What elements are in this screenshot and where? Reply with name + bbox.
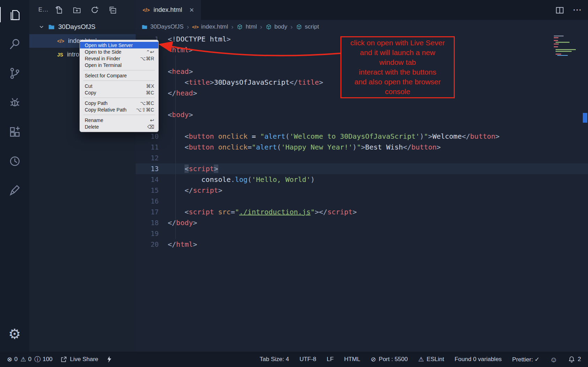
feedback-pen-icon[interactable] (0, 176, 29, 205)
menu-item-copy-relative-path[interactable]: Copy Relative Path⌥⇧⌘C (80, 106, 158, 113)
menu-separator (83, 70, 155, 70)
status-language-mode[interactable]: HTML (344, 356, 360, 363)
status-encoding[interactable]: UTF-8 (300, 356, 316, 363)
refresh-explorer-icon[interactable] (90, 6, 99, 14)
breadcrumb-item-body[interactable]: body (265, 23, 287, 30)
code-line-7: 7 (136, 99, 588, 109)
code-line-11: 11 <button onclick="alert('Happy New Yea… (136, 142, 588, 153)
context-menu: Open with Live ServerOpen to the Side⌃↩R… (80, 40, 159, 132)
new-file-icon[interactable] (55, 6, 63, 14)
line-content[interactable]: <script src="./introduction.js"></script… (168, 207, 357, 217)
annotation-line: interact with the buttons (341, 67, 454, 77)
status-tab-size[interactable]: Tab Size: 4 (260, 356, 289, 363)
status-prettier[interactable]: Prettier: ✓ (512, 356, 540, 363)
annotation-line: click on open with Live Sever (341, 38, 454, 48)
status-live-server-port[interactable]: ⊘Port : 5500 (371, 356, 408, 363)
symbol-cube-icon (236, 24, 243, 30)
menu-item-label: Rename (85, 117, 103, 123)
annotation-line: and it will launch a new (341, 48, 454, 58)
menu-item-delete[interactable]: Delete⌫ (80, 123, 158, 130)
collapse-folders-icon[interactable] (108, 6, 117, 14)
error-icon: ⊗ (7, 356, 12, 362)
menu-item-open-to-the-side[interactable]: Open to the Side⌃↩ (80, 48, 158, 55)
line-content[interactable]: <head> (168, 66, 193, 77)
line-content[interactable]: <body> (168, 109, 193, 120)
status-problems[interactable]: ⊗0 ⚠0 ⓘ100 (7, 356, 53, 363)
status-feedback-smiley[interactable]: ☺ (550, 356, 557, 363)
line-content[interactable]: <!DOCTYPE html> (168, 34, 231, 45)
status-eslint[interactable]: ⚠ESLint (418, 356, 444, 363)
menu-item-label: Open with Live Server (85, 43, 133, 48)
menu-item-reveal-in-finder[interactable]: Reveal in Finder⌥⌘R (80, 55, 158, 62)
lightning-icon (106, 356, 113, 363)
extensions-icon[interactable] (0, 117, 29, 146)
menu-item-copy-path[interactable]: Copy Path⌥⌘C (80, 100, 158, 106)
explorer-icon[interactable] (0, 0, 29, 29)
breadcrumb-item-html[interactable]: html (236, 23, 257, 30)
status-notifications[interactable]: 2 (568, 356, 581, 363)
live-share-label: Live Share (70, 356, 98, 363)
settings-gear-icon[interactable]: ⚙ (0, 322, 29, 346)
breadcrumb-item-index-html[interactable]: </>index.html (192, 23, 228, 30)
line-content[interactable]: <title>30DaysOfJavaScript</title> (168, 77, 323, 88)
more-actions-icon[interactable]: ⋯ (573, 5, 582, 15)
breadcrumb-item-script[interactable]: script (296, 23, 319, 30)
overview-ruler-marker[interactable] (583, 113, 587, 123)
minimap[interactable] (553, 35, 582, 56)
line-content[interactable]: <button onclick = "alert('Welcome to 30D… (168, 131, 499, 142)
line-number: 10 (136, 131, 168, 142)
line-content[interactable]: console.log('Hello, World') (168, 174, 315, 185)
line-content[interactable]: <button onclick="alert('Happy New Year!'… (168, 142, 441, 153)
line-number: 11 (136, 142, 168, 153)
breadcrumb-separator: › (259, 23, 263, 31)
menu-item-rename[interactable]: Rename↩ (80, 117, 158, 123)
status-live-share[interactable]: Live Share (60, 356, 98, 363)
run-debug-icon[interactable] (0, 88, 29, 117)
tab-index-html[interactable]: </> index.html × (136, 0, 201, 20)
line-content[interactable]: </script> (168, 185, 223, 196)
code-line-10: 10 <button onclick = "alert('Welcome to … (136, 131, 588, 142)
annotation-line: window tab (341, 58, 454, 67)
explorer-title: E… (38, 6, 48, 13)
breadcrumb: 30DaysOfJS›</>index.html›html›body›scrip… (136, 20, 588, 34)
status-quick-action[interactable] (106, 356, 113, 363)
status-eol[interactable]: LF (327, 356, 334, 363)
bell-icon (568, 356, 575, 363)
menu-item-label: Copy (85, 90, 96, 95)
menu-item-shortcut: ⌃↩ (146, 49, 154, 55)
status-label: Prettier: ✓ (512, 356, 540, 363)
new-folder-icon[interactable] (73, 6, 81, 14)
line-content[interactable]: </head> (168, 88, 197, 99)
js-file-icon: JS (57, 52, 63, 58)
line-number: 20 (136, 239, 168, 250)
breadcrumb-separator: › (290, 23, 293, 31)
menu-item-cut[interactable]: Cut⌘X (80, 83, 158, 89)
menu-item-select-for-compare[interactable]: Select for Compare (80, 72, 158, 79)
menu-item-open-in-terminal[interactable]: Open in Terminal (80, 62, 158, 68)
status-label: Port : 5500 (379, 356, 408, 363)
source-control-icon[interactable] (0, 59, 29, 88)
info-count: 100 (43, 356, 52, 363)
breadcrumb-item-30daysofjs[interactable]: 30DaysOfJS (141, 23, 183, 30)
code-line-8: 8<body> (136, 109, 588, 120)
warning-icon: ⚠ (21, 356, 26, 362)
line-content[interactable]: </body> (168, 217, 197, 228)
symbol-cube-icon (296, 24, 302, 30)
search-icon[interactable] (0, 29, 29, 59)
tab-bar: </> index.html × ⋯ (136, 0, 588, 20)
status-label: ESLint (427, 356, 444, 363)
symbol-cube-icon (265, 24, 272, 30)
split-editor-icon[interactable] (555, 6, 564, 15)
menu-item-open-with-live-server[interactable]: Open with Live Server (80, 42, 158, 48)
line-content[interactable]: </html> (168, 239, 197, 250)
history-icon[interactable] (0, 146, 29, 176)
menu-separator (83, 98, 155, 98)
line-content[interactable]: <html> (168, 45, 193, 55)
annotation-line: and also open the browser (341, 77, 454, 87)
tab-close-icon[interactable]: × (189, 6, 194, 15)
folder-row-30daysofjs[interactable]: 30DaysOfJS (29, 20, 136, 34)
status-variables[interactable]: Found 0 variables (454, 356, 502, 363)
menu-item-copy[interactable]: Copy⌘C (80, 89, 158, 96)
code-line-14: 14 console.log('Hello, World') (136, 174, 588, 185)
blocked-circle-icon: ⊘ (371, 356, 376, 362)
